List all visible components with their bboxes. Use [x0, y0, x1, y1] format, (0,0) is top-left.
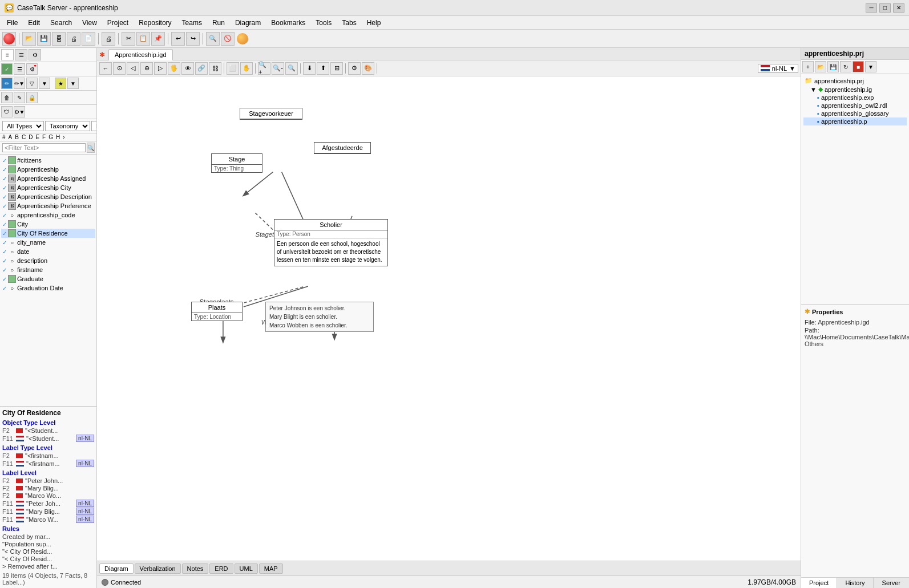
dt-move[interactable]: ✋ — [240, 62, 253, 75]
alpha-d[interactable]: C — [21, 134, 27, 140]
node-stage[interactable]: Stage Type: Thing — [211, 153, 262, 173]
close-button[interactable]: ✕ — [893, 3, 904, 13]
toolbar-doc[interactable]: 📄 — [82, 32, 95, 46]
dt-right[interactable]: ⊕ — [140, 62, 153, 75]
node-scholier[interactable]: Scholier Type: Person Een persoon die ee… — [274, 219, 388, 266]
minimize-button[interactable]: ─ — [866, 3, 877, 13]
alpha-h[interactable]: G — [47, 134, 54, 140]
btab-notes[interactable]: Notes — [182, 563, 209, 574]
rp-item-glossary[interactable]: ▪ apprenticeship_glossary — [803, 110, 907, 117]
menu-diagram[interactable]: Diagram — [231, 18, 265, 28]
list-item-apprenticeship-preference[interactable]: ✓ ⛓ Apprenticeship Preference — [1, 201, 95, 210]
rp-item-p[interactable]: ▪ apprenticeship.p — [803, 117, 907, 125]
diagram-canvas[interactable]: Stagetoewijzing Woonplaats Stageplaats S… — [97, 76, 801, 561]
rule-2[interactable]: "Population sup... — [2, 541, 94, 548]
filter-input[interactable] — [2, 143, 86, 152]
dt-zoom-out[interactable]: 🔍- — [272, 62, 284, 75]
list-item-apprenticeship-assigned[interactable]: ✓ ⛓ Apprenticeship Assigned — [1, 174, 95, 183]
alpha-e[interactable]: D — [27, 134, 34, 140]
list-item-graduation-date[interactable]: ✓ ○ Graduation Date — [1, 283, 95, 293]
type-all-dropdown[interactable]: All Types — [2, 121, 44, 131]
menu-tabs[interactable]: Tabs — [337, 18, 361, 28]
list-item-city-of-residence[interactable]: ✓ City Of Residence — [1, 229, 95, 238]
toolbar-search[interactable]: 🔍 — [206, 32, 220, 46]
lt-icon-list[interactable]: ☰ — [14, 63, 25, 75]
menu-bookmarks[interactable]: Bookmarks — [266, 18, 310, 28]
list-item-city-name[interactable]: ✓ ○ city_name — [1, 238, 95, 247]
rp-settings[interactable]: ■ — [853, 61, 864, 72]
rule-5[interactable]: > Removed after t... — [2, 563, 94, 570]
dt-hand[interactable]: 🖐 — [168, 62, 180, 75]
alpha-a[interactable]: # — [1, 134, 7, 140]
list-item-apprenticeship-city[interactable]: ✓ ⛓ Apprenticeship City — [1, 183, 95, 192]
rp-btab-project[interactable]: Project — [801, 578, 837, 588]
lt-icon-check[interactable]: ✓ — [1, 63, 13, 75]
toolbar-circle-red[interactable] — [2, 32, 16, 46]
list-item-description[interactable]: ✓ ○ description — [1, 256, 95, 265]
alpha-b[interactable]: A — [7, 134, 14, 140]
rule-4[interactable]: "< City Of Resid... — [2, 555, 94, 562]
rp-save[interactable]: 💾 — [827, 61, 839, 72]
btab-map[interactable]: MAP — [259, 563, 283, 574]
maximize-button[interactable]: □ — [879, 3, 891, 13]
list-item-graduate[interactable]: ✓ Graduate — [1, 274, 95, 283]
menu-project[interactable]: Project — [103, 18, 133, 28]
node-afgestudeerde[interactable]: Afgestudeerde — [314, 142, 371, 154]
node-stagevoorkeuer[interactable]: Stagevoorkeuer — [240, 108, 302, 120]
toolbar-undo[interactable]: ↩ — [171, 32, 185, 46]
rp-btab-server[interactable]: Server — [874, 578, 909, 588]
lt-filter[interactable]: ▽ — [26, 78, 38, 89]
toolbar-cancel[interactable]: 🚫 — [221, 32, 235, 46]
lt-pencil[interactable]: ✏ — [1, 78, 13, 89]
toolbar-save2[interactable]: 🗄 — [52, 32, 66, 46]
list-item-apprenticeship[interactable]: ✓ Apprenticeship — [1, 165, 95, 174]
menu-teams[interactable]: Teams — [177, 18, 207, 28]
btab-diagram[interactable]: Diagram — [99, 563, 134, 574]
menu-tools[interactable]: Tools — [311, 18, 336, 28]
rp-drop[interactable]: ▼ — [865, 61, 876, 72]
type-nr-dropdown[interactable]: Nr — [91, 121, 97, 131]
lt-lock[interactable]: 🔒 — [26, 92, 38, 103]
toolbar-redo[interactable]: ↪ — [186, 32, 200, 46]
left-tab-1[interactable]: ≡ — [1, 49, 14, 60]
lt-star-drop[interactable]: ▼ — [67, 78, 79, 89]
toolbar-paste[interactable]: 📌 — [151, 32, 165, 46]
toolbar-copy[interactable]: 📋 — [136, 32, 150, 46]
node-plaats[interactable]: Plaats Type: Location — [191, 302, 243, 321]
toolbar-print[interactable]: 🖨 — [67, 32, 80, 46]
lt-star[interactable]: ★ — [55, 78, 66, 89]
dt-down-arrow[interactable]: ⬇ — [303, 62, 316, 75]
dt-grid[interactable]: ⊞ — [330, 62, 343, 75]
dt-left[interactable]: ◁ — [127, 62, 139, 75]
dt-link[interactable]: 🔗 — [195, 62, 208, 75]
list-item-city[interactable]: ✓ City — [1, 220, 95, 229]
dt-up[interactable]: ▷ — [154, 62, 167, 75]
alpha-c[interactable]: B — [14, 134, 20, 140]
lt-gear2[interactable]: ⚙▼ — [14, 106, 25, 117]
rp-item-ig[interactable]: ▼ ◆ apprenticeship.ig — [803, 85, 907, 94]
alpha-next[interactable]: › — [62, 134, 66, 140]
dt-select[interactable]: ⬜ — [227, 62, 239, 75]
btab-erd[interactable]: ERD — [209, 563, 233, 574]
toolbar-cut[interactable]: ✂ — [122, 32, 135, 46]
lt-shield[interactable]: 🛡 — [1, 106, 13, 117]
left-tab-3[interactable]: ⚙ — [29, 49, 41, 60]
dt-zoom-fit[interactable]: 🔍 — [285, 62, 298, 75]
toolbar-open[interactable]: 📂 — [22, 32, 36, 46]
rule-1[interactable]: Created by mar... — [2, 533, 94, 540]
rp-item-prj[interactable]: 📁 apprenticeship.prj — [803, 76, 907, 85]
list-item-date[interactable]: ✓ ○ date — [1, 247, 95, 256]
alpha-i[interactable]: H — [55, 134, 61, 140]
menu-run[interactable]: Run — [208, 18, 229, 28]
btab-verbalization[interactable]: Verbalization — [135, 563, 181, 574]
list-item-apprenticeship-description[interactable]: ✓ ⛓ Apprenticeship Description — [1, 192, 95, 201]
filter-search-button[interactable]: 🔍 — [87, 143, 95, 153]
lt-trash[interactable]: 🗑 — [1, 92, 13, 103]
menu-repository[interactable]: Repository — [134, 18, 176, 28]
dt-chain[interactable]: ⛓ — [209, 62, 221, 75]
menu-help[interactable]: Help — [362, 18, 386, 28]
rp-new[interactable]: + — [802, 61, 814, 72]
rp-btab-history[interactable]: History — [837, 578, 873, 588]
type-taxonomy-dropdown[interactable]: Taxonomy — [45, 121, 90, 131]
rp-item-owl2[interactable]: ▪ apprenticeship_owl2.rdl — [803, 102, 907, 110]
